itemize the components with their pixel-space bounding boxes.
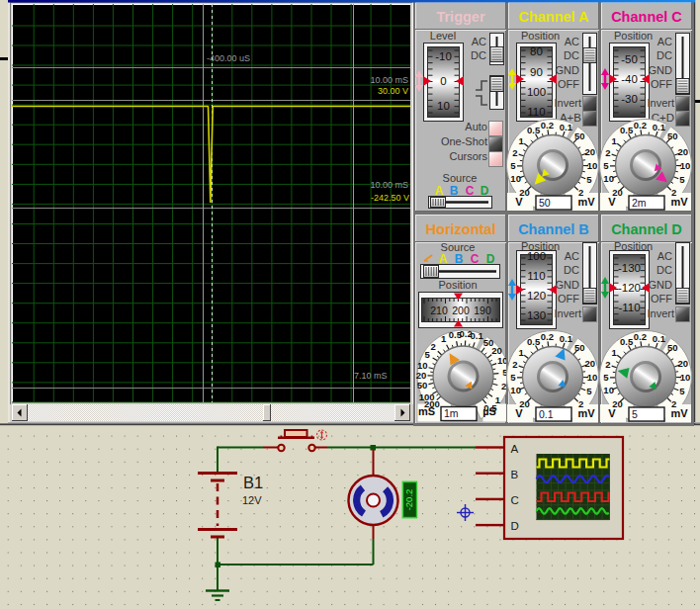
svg-text:10: 10: [603, 173, 614, 184]
svg-text:B: B: [511, 469, 519, 480]
svg-text:10: 10: [587, 372, 598, 383]
svg-text:0.2: 0.2: [541, 331, 554, 342]
svg-text:100: 100: [419, 392, 435, 402]
svg-text:Invert: Invert: [647, 97, 674, 109]
svg-text:2: 2: [431, 341, 436, 352]
svg-text:90: 90: [530, 66, 543, 78]
svg-text:A: A: [439, 252, 448, 266]
svg-text:5: 5: [603, 160, 609, 171]
svg-text:0.5: 0.5: [620, 336, 634, 347]
svg-text:0.2: 0.2: [634, 120, 647, 130]
svg-text:DC: DC: [471, 49, 486, 61]
svg-text:7.10 mS: 7.10 mS: [354, 371, 388, 381]
svg-text:Invert: Invert: [554, 97, 581, 109]
svg-text:0.5: 0.5: [620, 125, 634, 135]
svg-text:2: 2: [605, 147, 610, 158]
svg-text:5: 5: [586, 174, 592, 185]
svg-text:1: 1: [518, 347, 524, 358]
svg-text:A: A: [511, 443, 519, 455]
svg-text:110: 110: [527, 270, 545, 282]
svg-text:mV: mV: [577, 196, 595, 208]
svg-text:80: 80: [530, 45, 543, 57]
svg-text:0: 0: [440, 75, 446, 87]
svg-text:B: B: [450, 184, 459, 198]
svg-text:mV: mV: [670, 196, 688, 208]
svg-text:-30: -30: [621, 93, 638, 105]
svg-text:2: 2: [512, 359, 517, 370]
svg-text:Position: Position: [614, 30, 653, 42]
svg-text:20: 20: [416, 370, 427, 381]
svg-text:DC: DC: [656, 264, 672, 276]
svg-text:D: D: [486, 252, 495, 266]
svg-text:10: 10: [587, 160, 598, 171]
svg-text:Invert: Invert: [647, 307, 674, 319]
svg-text:130: 130: [527, 309, 546, 321]
svg-text:-400.00 uS: -400.00 uS: [207, 53, 250, 63]
svg-text:C: C: [511, 494, 519, 506]
svg-text:190: 190: [474, 304, 491, 316]
svg-text:DC: DC: [656, 49, 672, 61]
svg-text:Position: Position: [438, 279, 477, 291]
svg-text:100: 100: [527, 250, 546, 262]
svg-text:5: 5: [424, 349, 430, 360]
svg-text:OFF: OFF: [558, 78, 579, 90]
svg-text:-110: -110: [618, 302, 640, 313]
svg-text:Channel C: Channel C: [611, 9, 682, 25]
svg-text:50: 50: [417, 380, 428, 391]
svg-text:D: D: [481, 184, 489, 198]
svg-text:AC: AC: [472, 36, 486, 47]
svg-text:10.00 mS: 10.00 mS: [370, 75, 408, 85]
svg-text:Source: Source: [443, 172, 478, 184]
svg-text:D: D: [511, 520, 519, 532]
svg-text:10: 10: [417, 360, 428, 371]
svg-text:GND: GND: [556, 64, 580, 76]
svg-text:V: V: [515, 407, 523, 419]
svg-text:-40: -40: [621, 73, 638, 85]
svg-text:GND: GND: [649, 64, 673, 76]
svg-text:120: 120: [527, 290, 546, 302]
svg-text:-10: -10: [435, 50, 452, 62]
svg-text:2: 2: [501, 381, 506, 392]
svg-text:C: C: [466, 184, 475, 198]
svg-text:B1: B1: [243, 474, 263, 491]
svg-text:GND: GND: [649, 279, 673, 291]
svg-text:V: V: [608, 196, 616, 208]
svg-text:0.1: 0.1: [560, 122, 573, 132]
svg-text:10: 10: [603, 385, 614, 395]
svg-text:2m: 2m: [632, 197, 647, 209]
svg-text:mV: mV: [577, 407, 595, 419]
svg-text:5: 5: [586, 386, 592, 396]
svg-text:AC: AC: [657, 36, 672, 47]
svg-text:mS: mS: [418, 405, 435, 417]
svg-text:Horizontal: Horizontal: [426, 221, 496, 237]
svg-text:B: B: [455, 252, 464, 266]
svg-text:1: 1: [611, 135, 617, 146]
svg-text:0.2: 0.2: [541, 120, 554, 130]
svg-text:V: V: [608, 407, 616, 419]
svg-text:Channel D: Channel D: [611, 221, 682, 237]
svg-text:OFF: OFF: [558, 293, 579, 304]
svg-text:50: 50: [667, 342, 678, 353]
svg-text:100: 100: [527, 86, 546, 98]
svg-text:AC: AC: [565, 250, 579, 262]
svg-text:20: 20: [491, 345, 502, 356]
svg-text:20: 20: [585, 358, 596, 369]
svg-text:-130: -130: [618, 262, 641, 274]
svg-text:12V: 12V: [242, 494, 262, 506]
svg-text:1m: 1m: [444, 407, 459, 419]
svg-text:5: 5: [510, 160, 516, 171]
svg-text:50: 50: [667, 130, 678, 141]
svg-text:C: C: [471, 252, 480, 266]
svg-text:µS: µS: [482, 405, 496, 417]
svg-text:10: 10: [680, 160, 691, 171]
svg-text:0.1: 0.1: [653, 122, 666, 132]
svg-text:50: 50: [574, 342, 585, 353]
svg-text:5: 5: [603, 372, 609, 383]
svg-text:0.5: 0.5: [527, 336, 541, 347]
svg-text:Level: Level: [430, 30, 456, 42]
svg-text:Channel B: Channel B: [518, 221, 589, 237]
svg-text:20: 20: [678, 358, 689, 369]
svg-text:20: 20: [678, 146, 689, 157]
svg-text:30.00 V: 30.00 V: [378, 86, 408, 96]
svg-text:1: 1: [518, 135, 524, 146]
